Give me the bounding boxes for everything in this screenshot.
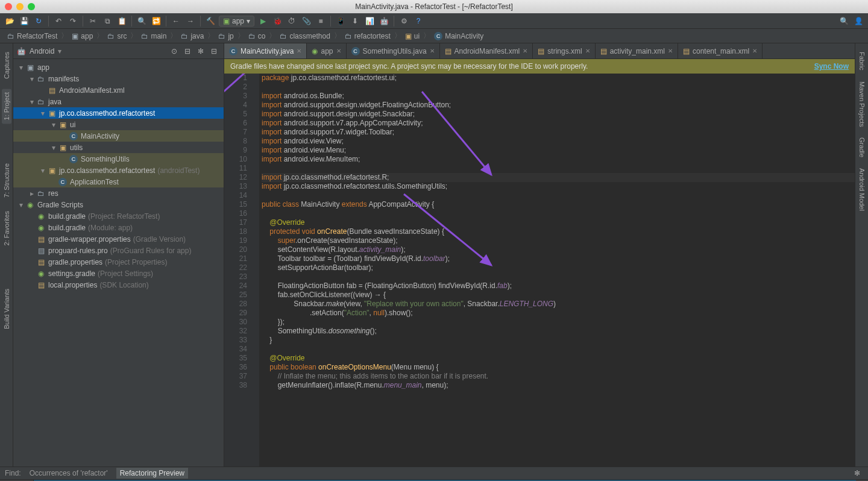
breadcrumb: 🗀RefactorTest〉▣app〉🗀src〉🗀main〉🗀java〉🗀jp〉…: [0, 29, 868, 43]
breadcrumb-item[interactable]: ▣ui: [403, 32, 422, 40]
tool-window-tab[interactable]: Build Variants: [2, 285, 11, 333]
breadcrumb-item[interactable]: 🗀refactortest: [342, 32, 393, 40]
code-content[interactable]: package jp.co.classmethod.refactortest.u…: [259, 74, 855, 467]
collapse-all-icon[interactable]: ⊟: [181, 45, 193, 57]
tree-row[interactable]: ◉build.gradle(Project: RefactorTest): [13, 210, 224, 222]
editor-tab[interactable]: CSomethingUtils.java✕: [347, 43, 440, 58]
tool-window-tab[interactable]: Maven Projects: [857, 78, 867, 131]
tree-row[interactable]: ▤gradle.properties(Project Properties): [13, 256, 224, 268]
save-icon[interactable]: 💾: [18, 15, 30, 27]
run-icon[interactable]: ▶: [257, 15, 269, 27]
attach-icon[interactable]: 📎: [300, 15, 312, 27]
project-view-selector[interactable]: Android: [30, 47, 54, 55]
tree-row[interactable]: ▾▣utils: [13, 142, 224, 153]
sdk-icon[interactable]: ⬇: [349, 15, 361, 27]
tool-window-tab[interactable]: Android Model: [857, 165, 867, 215]
tool-window-tab[interactable]: Fabric: [857, 48, 867, 74]
tool-window-tab[interactable]: 1: Project: [2, 89, 11, 124]
tool-window-tab[interactable]: 7: Structure: [2, 160, 11, 201]
tree-row[interactable]: ▤AndroidManifest.xml: [13, 84, 224, 96]
open-icon[interactable]: 📂: [4, 15, 16, 27]
breadcrumb-item[interactable]: CMainActivity: [432, 32, 486, 40]
close-tab-icon[interactable]: ✕: [297, 48, 301, 54]
tree-row[interactable]: ▸🗀res: [13, 187, 224, 199]
editor-tab[interactable]: ▤content_main.xml✕: [678, 43, 763, 58]
stop-icon[interactable]: ■: [315, 15, 327, 27]
cut-icon[interactable]: ✂: [87, 15, 99, 27]
undo-icon[interactable]: ↶: [52, 15, 64, 27]
close-tab-icon[interactable]: ✕: [430, 48, 435, 54]
breadcrumb-item[interactable]: 🗀classmethod: [277, 32, 332, 40]
tree-row[interactable]: CMainActivity: [13, 130, 224, 142]
editor-tab[interactable]: ▤activity_main.xml✕: [596, 43, 678, 58]
help-icon[interactable]: ?: [412, 15, 424, 27]
editor-tabs: CMainActivity.java✕◉app✕CSomethingUtils.…: [224, 43, 855, 59]
editor-tab[interactable]: ◉app✕: [307, 43, 346, 58]
gear-icon[interactable]: ✻: [195, 45, 207, 57]
breadcrumb-item[interactable]: 🗀main: [139, 32, 169, 40]
settings-icon[interactable]: ⚙: [398, 15, 410, 27]
run-config-label: app: [232, 17, 244, 25]
back-icon[interactable]: ←: [170, 15, 182, 27]
close-tab-icon[interactable]: ✕: [585, 48, 590, 54]
redo-icon[interactable]: ↷: [67, 15, 79, 27]
tree-row[interactable]: CSomethingUtils: [13, 153, 224, 165]
android-tool-icon[interactable]: 🤖: [378, 15, 390, 27]
editor-tab[interactable]: ▤strings.xml✕: [533, 43, 595, 58]
main-toolbar: 📂 💾 ↻ ↶ ↷ ✂ ⧉ 📋 🔍 🔁 ← → 🔨 ▣ app ▾ ▶ 🐞 ⏱ …: [0, 13, 868, 29]
breadcrumb-item[interactable]: 🗀src: [105, 32, 129, 40]
sync-icon[interactable]: ↻: [33, 15, 45, 27]
breadcrumb-item[interactable]: 🗀jp: [216, 32, 236, 40]
user-icon[interactable]: 👤: [852, 15, 864, 27]
find-tool-window: Find:Occurrences of 'refactor'Refactorin…: [0, 467, 868, 481]
code-editor[interactable]: 1234567891011121314151617181920212223242…: [224, 74, 855, 467]
forward-icon[interactable]: →: [184, 15, 197, 27]
tool-window-tab[interactable]: Gradle: [857, 134, 867, 161]
close-tab-icon[interactable]: ✕: [668, 48, 673, 54]
close-tab-icon[interactable]: ✕: [752, 48, 757, 54]
find-tab[interactable]: Occurrences of 'refactor': [30, 469, 108, 477]
scroll-from-source-icon[interactable]: ⊙: [168, 45, 180, 57]
tree-row[interactable]: ▤local.properties(SDK Location): [13, 279, 224, 291]
find-icon[interactable]: 🔍: [136, 15, 148, 27]
gear-icon[interactable]: ✻: [851, 467, 863, 479]
editor-tab[interactable]: CMainActivity.java✕: [224, 43, 307, 58]
tree-row[interactable]: ▾🗀manifests: [13, 73, 224, 84]
project-tree[interactable]: ▾▣app▾🗀manifests▤AndroidManifest.xml▾🗀ja…: [13, 59, 224, 467]
tree-row[interactable]: ▾◉Gradle Scripts: [13, 199, 224, 210]
run-config-selector[interactable]: ▣ app ▾: [219, 16, 254, 27]
close-tab-icon[interactable]: ✕: [336, 48, 341, 54]
editor-area: CMainActivity.java✕◉app✕CSomethingUtils.…: [224, 43, 855, 467]
tree-row[interactable]: ▤proguard-rules.pro(ProGuard Rules for a…: [13, 245, 224, 256]
search-everywhere-icon[interactable]: 🔍: [838, 15, 850, 27]
tree-row[interactable]: ▾▣jp.co.classmethod.refactortest(android…: [13, 165, 224, 176]
tool-window-tab[interactable]: Captures: [2, 48, 11, 83]
find-tab[interactable]: Refactoring Preview: [116, 468, 188, 479]
debug-icon[interactable]: 🐞: [271, 15, 283, 27]
make-icon[interactable]: 🔨: [204, 15, 216, 27]
hide-icon[interactable]: ⊟: [208, 45, 220, 57]
sync-now-link[interactable]: Sync Now: [814, 62, 849, 71]
profile-icon[interactable]: ⏱: [286, 15, 298, 27]
tool-window-tab[interactable]: 2: Favorites: [2, 207, 11, 249]
avd-icon[interactable]: 📱: [335, 15, 347, 27]
tree-row[interactable]: CApplicationTest: [13, 176, 224, 187]
close-tab-icon[interactable]: ✕: [523, 48, 527, 54]
tree-row[interactable]: ▾▣jp.co.classmethod.refactortest: [13, 107, 224, 119]
paste-icon[interactable]: 📋: [116, 15, 128, 27]
editor-tab[interactable]: ▤AndroidManifest.xml✕: [440, 43, 533, 58]
tree-row[interactable]: ◉settings.gradle(Project Settings): [13, 268, 224, 279]
monitor-icon[interactable]: 📊: [363, 15, 376, 27]
breadcrumb-item[interactable]: 🗀java: [178, 32, 206, 40]
tree-row[interactable]: ▤gradle-wrapper.properties(Gradle Versio…: [13, 233, 224, 245]
breadcrumb-item[interactable]: ▣app: [69, 32, 95, 40]
copy-icon[interactable]: ⧉: [101, 15, 113, 27]
tree-row[interactable]: ▾🗀java: [13, 96, 224, 107]
tree-row[interactable]: ▾▣ui: [13, 119, 224, 130]
line-gutter[interactable]: 1234567891011121314151617181920212223242…: [224, 74, 251, 467]
tree-row[interactable]: ▾▣app: [13, 61, 224, 73]
breadcrumb-item[interactable]: 🗀RefactorTest: [5, 32, 60, 40]
replace-icon[interactable]: 🔁: [150, 15, 162, 27]
tree-row[interactable]: ◉build.gradle(Module: app): [13, 222, 224, 233]
breadcrumb-item[interactable]: 🗀co: [246, 32, 268, 40]
